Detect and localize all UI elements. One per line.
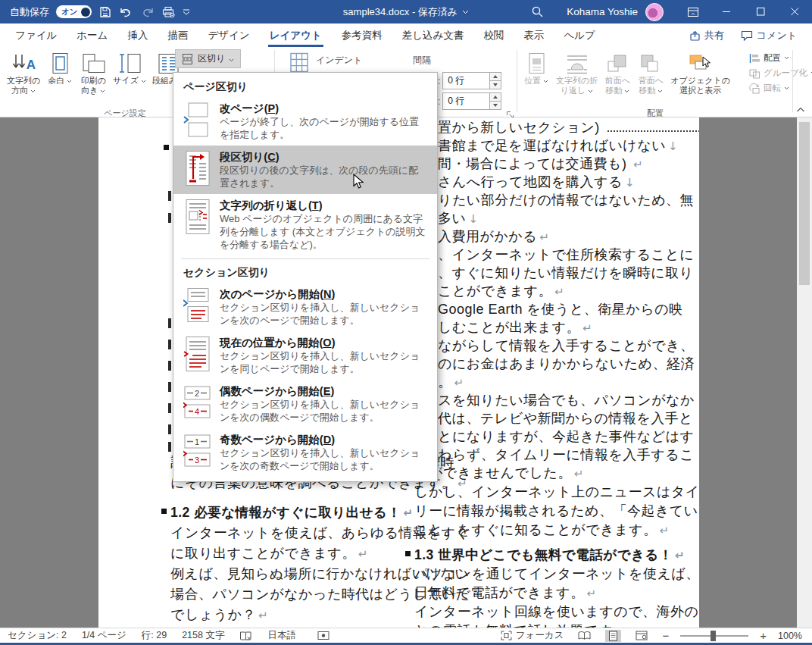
ribbon-tab-1[interactable]: ホーム [67,23,117,47]
save-icon[interactable] [98,6,112,18]
read-mode-button[interactable] [575,630,594,641]
menu-item-page-break[interactable]: 改ページ(P)ページが終了し、次のページが開始する位置を指定します。 [173,97,437,146]
vertical-scrollbar[interactable] [797,117,812,628]
close-button[interactable] [778,0,812,23]
spinner-up-icon[interactable] [490,73,501,80]
ribbon-button-text-direction[interactable]: A文字列の方向 [4,48,43,96]
clipped-text-fragment [168,424,171,434]
bring-forward-icon [604,51,631,76]
title-chevron-icon[interactable] [462,10,469,14]
doc-line: インターネットを使えば、あらゆる情報をすぐ [170,524,398,544]
zoom-slider[interactable] [680,635,748,637]
maximize-button[interactable] [744,0,778,23]
paragraph-mark: ↵ [587,587,597,600]
spacing-input[interactable]: 0 行 [442,72,501,89]
print-icon[interactable] [161,6,176,18]
doc-line: 。↵ [438,373,699,391]
menu-item-even-page[interactable]: 24偶数ページから開始(E)セクション区切りを挿入し、新しいセクションを次の偶数… [173,380,437,428]
doc-line: 例えば、見知らぬ場所に行かなければいけない [170,565,398,585]
odd-page-icon: 13 [183,433,212,469]
ribbon-button-margins[interactable]: 余白 [43,48,77,86]
status-language[interactable]: 日本語 [267,629,296,642]
collapse-ribbon-icon[interactable] [796,107,805,113]
ribbon-tab-0[interactable]: ファイル [5,23,67,47]
doc-heading: 1.3 世界中どこでも無料で電話ができる！↵ [414,546,699,565]
ribbon-tab-7[interactable]: 差し込み文書 [392,23,474,47]
share-button[interactable]: 共有 [683,27,730,45]
web-layout-button[interactable] [632,630,651,641]
avatar[interactable] [645,3,664,21]
quick-access-chevron-icon[interactable] [183,9,190,15]
doc-line: 、インターネットで住所検索することに [438,246,699,264]
doc-heading: 1.2 必要な情報がすぐに取り出せる！↵ [170,503,398,524]
doc-line: 代は、テレビや新聞からの情報を入手と [438,409,699,427]
document-title[interactable]: sample34.docx - 保存済み [343,5,458,19]
user-name[interactable]: Kohama Yoshie [567,6,638,17]
status-char-count[interactable]: 2158 文字 [182,629,224,642]
toggle-knob-icon [81,8,90,17]
zoom-level[interactable]: 100% [778,631,802,641]
section-break-dots [607,129,699,132]
even-page-icon: 24 [183,384,212,421]
spacing-input[interactable]: 0 行 [442,92,501,110]
zoom-out-button[interactable]: − [662,629,669,642]
spinner-up-icon[interactable] [490,93,501,101]
ribbon-button-send-backward[interactable]: 背面へ移動 [634,48,667,96]
ribbon-tab-9[interactable]: 表示 [514,23,554,47]
ribbon-tab-8[interactable]: 校閲 [473,23,514,47]
undo-icon[interactable] [119,6,134,18]
spacing-field-after: :0 行 [438,92,501,110]
menu-item-column-break[interactable]: 段区切り(C)段区切りの後の文字列は、次の段の先頭に配置されます。 [173,146,437,194]
doc-line: でしょうか？↵ [170,606,398,626]
autosave-state: オン [61,7,78,17]
ribbon-button-size[interactable]: サイズ [110,48,149,86]
zoom-in-button[interactable]: + [760,629,767,642]
menu-item-odd-page[interactable]: 13奇数ページから開始(D)セクション区切りを挿入し、新しいセクションを次の奇数… [173,428,437,477]
ribbon-button-rotate[interactable]: 回転 [748,83,812,94]
zoom-slider-thumb[interactable] [710,631,716,641]
ribbon-button-bring-forward[interactable]: 前面へ移動 [601,48,634,96]
doc-line: 入費用がかかる↵ [438,227,699,246]
line-break-mark: ↓ [468,212,478,226]
status-line[interactable]: 行: 29 [142,629,167,642]
menu-item-next-page[interactable]: 次のページから開始(N)セクション区切りを挿入し、新しいセクションを次のページで… [173,283,437,331]
ribbon-tab-2[interactable]: 挿入 [117,23,158,47]
ribbon-tab-4[interactable]: デザイン [198,23,259,47]
menu-item-text-wrapping[interactable]: 文字列の折り返し(T)Web ページのオブジェクトの周囲にある文字列を分離します… [173,194,437,255]
status-section[interactable]: セクション: 2 [8,629,67,642]
menu-separator [181,258,429,259]
spinner-down-icon[interactable] [490,101,501,109]
ribbon-tab-10[interactable]: ヘルプ [554,23,604,47]
breaks-button[interactable]: 区切り [175,49,241,68]
minimize-button[interactable] [710,0,744,23]
page-break-icon [183,102,212,138]
scrollbar-thumb[interactable] [799,122,810,285]
status-bar: セクション: 2 1/4 ページ 行: 29 2158 文字 日本語 フォーカス… [0,628,812,643]
group-icon [748,68,760,79]
ribbon-tab-6[interactable]: 参考資料 [332,23,392,47]
focus-mode-button[interactable]: フォーカス [501,629,564,642]
ribbon-button-orientation[interactable]: 印刷の向き [77,48,110,96]
search-icon[interactable] [531,5,544,18]
redo-icon [141,6,155,18]
status-page[interactable]: 1/4 ページ [82,629,126,642]
genko-setting-button[interactable] [286,52,313,74]
ribbon-button-selection-pane[interactable]: オブジェクトの選択と表示 [667,48,733,96]
ribbon-tab-5[interactable]: レイアウト [260,23,332,47]
ribbon-tab-3[interactable]: 描画 [158,23,198,47]
menu-item-continuous[interactable]: 現在の位置から開始(O)セクション区切りを挿入し、新しいセクションを同じページで… [173,331,437,380]
print-layout-button[interactable] [605,630,621,642]
ribbon-button-wrap-ribbon[interactable]: 文字列の折り返し [553,48,601,96]
text-wrapping-icon [183,199,212,235]
ribbon-button-group[interactable]: グループ化 [748,67,812,79]
macro-recording-icon[interactable] [317,631,329,640]
paragraph-mark: ↵ [258,609,268,622]
spinner-down-icon[interactable] [490,80,501,89]
ribbon-button-align[interactable]: 配置 [748,52,812,64]
ribbon-button-position[interactable]: 位置 [520,48,553,86]
autosave-toggle[interactable]: オン [56,5,92,18]
ribbon-display-options-icon[interactable] [676,0,710,23]
menu-section-title-0: ページ区切り [173,75,437,97]
comments-button[interactable]: コメント [735,27,803,45]
proofing-errors-icon[interactable] [239,631,252,641]
